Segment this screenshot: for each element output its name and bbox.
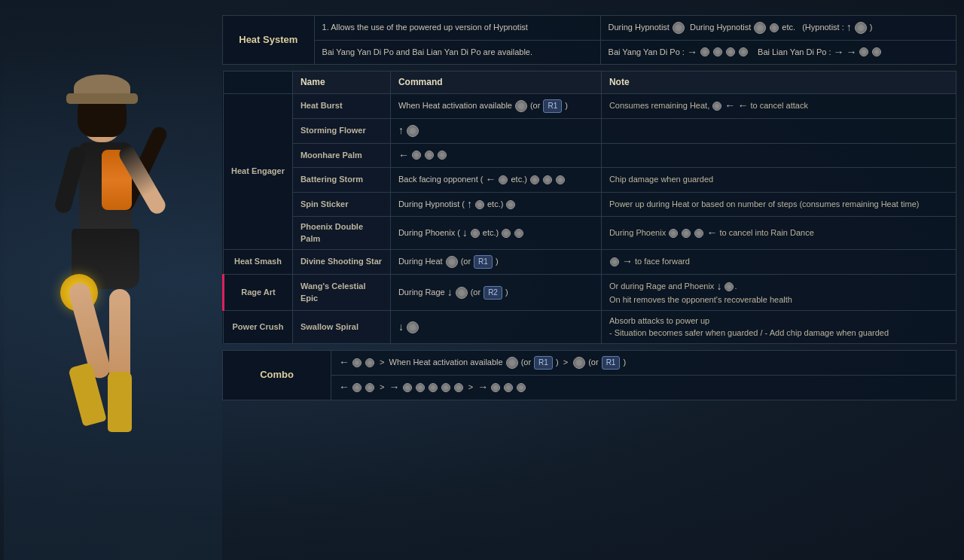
divine-shooting-star-name: Divine Shooting Star bbox=[292, 250, 390, 275]
combo1-text: ← > When Heat activation available (or R… bbox=[339, 355, 948, 370]
pdpc3 bbox=[514, 229, 523, 238]
down-arr-rage: ↓ bbox=[447, 285, 453, 300]
heat-system-desc2: Bai Yang Yan Di Po and Bai Lian Yan Di P… bbox=[314, 40, 600, 65]
bsc2 bbox=[530, 175, 539, 184]
bsc1 bbox=[499, 175, 508, 184]
pn1 bbox=[669, 229, 678, 238]
left-arrow1: ← bbox=[725, 99, 735, 111]
heat-burst-circle bbox=[515, 100, 527, 112]
sw-circle bbox=[407, 321, 419, 333]
moonhare-palm-note bbox=[601, 143, 956, 168]
spin-sticker-cmd: During Hypnotist ( ↑ etc.) bbox=[390, 192, 601, 217]
combo-row1: Combo ← > When Heat activation available… bbox=[223, 350, 956, 375]
combo-row2: ← > → > → bbox=[223, 375, 956, 400]
rn1 bbox=[725, 282, 734, 291]
bs-cmd-text: Back facing opponent ( ← etc.) bbox=[398, 172, 593, 187]
char-boot-right bbox=[108, 372, 132, 432]
char-hat-brim bbox=[66, 93, 138, 104]
up-arr-ss: ↑ bbox=[467, 197, 472, 212]
circle-icon3 bbox=[855, 22, 867, 34]
pn3 bbox=[694, 229, 703, 238]
ssc1 bbox=[475, 200, 484, 209]
ssc2 bbox=[506, 200, 515, 209]
pdpc1 bbox=[471, 229, 480, 238]
battering-storm-name: Battering Storm bbox=[292, 168, 390, 193]
heat-system-cmd2-text: Bai Yang Yan Di Po : → Bai Lian Yan Di P… bbox=[609, 45, 948, 60]
circle-sm-icon bbox=[770, 23, 779, 32]
phoenix-double-palm-row: Phoenix Double Palm During Phoenix ( ↓ e… bbox=[224, 217, 956, 250]
ccc4 bbox=[416, 383, 425, 392]
down-arr-sw: ↓ bbox=[398, 320, 404, 335]
wangs-celestial-epic-note: Or during Rage and Phoenix ↓ . On hit re… bbox=[601, 275, 956, 311]
pdp-cmd-text: During Phoenix ( ↓ etc.) bbox=[398, 226, 593, 241]
battering-storm-note: Chip damage when guarded bbox=[601, 168, 956, 193]
heat-engager-label: Heat Engager bbox=[224, 93, 293, 249]
divine-shooting-star-cmd: During Heat (or R1) bbox=[390, 250, 601, 275]
moves-header-row: Name Command Note bbox=[224, 72, 956, 94]
heat-burst-row: Heat Engager Heat Burst When Heat activa… bbox=[224, 93, 956, 118]
r1-c1: R1 bbox=[534, 356, 553, 370]
cc4 bbox=[573, 357, 585, 369]
up-arrow-sf: ↑ bbox=[398, 123, 404, 138]
moves-table: Name Command Note Heat Engager Heat Burs… bbox=[222, 71, 956, 344]
divine-shooting-star-note: → to face forward bbox=[601, 250, 956, 275]
wangs-celestial-epic-name: Wang's Celestial Epic bbox=[292, 275, 390, 311]
arrow-up-icon: ↑ bbox=[847, 20, 852, 35]
mp-cmd-text: ← bbox=[398, 148, 593, 163]
right-arr-c2: → bbox=[389, 380, 400, 395]
phoenix-double-palm-name: Phoenix Double Palm bbox=[292, 217, 390, 250]
moonhare-palm-row: Moonhare Palm ← bbox=[224, 143, 956, 168]
heat-system-cmd2: Bai Yang Yan Di Po : → Bai Lian Yan Di P… bbox=[600, 40, 956, 65]
left-arrow-mp: ← bbox=[398, 148, 409, 163]
sw-cmd-text: ↓ bbox=[398, 320, 593, 335]
heat-system-row1: Heat System 1. Allows the use of the pow… bbox=[223, 16, 956, 41]
combo-sequence2: ← > → > → bbox=[331, 375, 956, 400]
ccc3 bbox=[403, 383, 412, 392]
r2-btn: R2 bbox=[484, 286, 502, 300]
combo-table: Combo ← > When Heat activation available… bbox=[222, 350, 956, 400]
heat-system-cmd1-text: During Hypnotist During Hypnotist etc. (… bbox=[609, 20, 948, 35]
heat-system-label: Heat System bbox=[223, 16, 315, 65]
ci1 bbox=[700, 47, 709, 56]
storming-flower-cmd: ↑ bbox=[390, 118, 601, 143]
combo-label: Combo bbox=[223, 350, 331, 400]
r1-btn2: R1 bbox=[474, 255, 493, 269]
ss-cmd-text: During Hypnotist ( ↑ etc.) bbox=[398, 197, 593, 212]
command-header: Command bbox=[390, 72, 601, 94]
empty-section-header bbox=[224, 72, 293, 94]
circle-icon bbox=[673, 22, 685, 34]
combo-sequence1: ← > When Heat activation available (or R… bbox=[331, 350, 956, 375]
mp1 bbox=[412, 151, 421, 160]
r1-c2: R1 bbox=[602, 356, 621, 370]
phoenix-double-palm-cmd: During Phoenix ( ↓ etc.) bbox=[390, 217, 601, 250]
pdpc2 bbox=[502, 229, 511, 238]
ccc8 bbox=[491, 383, 500, 392]
spin-sticker-note: Power up during Heat or based on number … bbox=[601, 192, 956, 217]
character-silhouette bbox=[4, 33, 222, 560]
arrow-right-icon: → bbox=[687, 45, 697, 60]
ci3 bbox=[726, 47, 735, 56]
nb1 bbox=[712, 102, 721, 111]
wangs-celestial-epic-cmd: During Rage ↓ (or R2) bbox=[390, 275, 601, 311]
left-arrow2: ← bbox=[737, 99, 748, 111]
ccc6 bbox=[441, 383, 450, 392]
heat-system-desc1: 1. Allows the use of the powered up vers… bbox=[314, 16, 600, 41]
sf-cmd-text: ↑ bbox=[398, 123, 593, 138]
heat-burst-cmd-text: When Heat activation available (or R1) bbox=[398, 99, 593, 114]
ccc7 bbox=[454, 383, 463, 392]
spin-sticker-name: Spin Sticker bbox=[292, 192, 390, 217]
ci6 bbox=[872, 47, 881, 56]
cc2 bbox=[365, 358, 374, 367]
main-content: Heat System 1. Allows the use of the pow… bbox=[222, 15, 956, 545]
swallow-spiral-cmd: ↓ bbox=[390, 311, 601, 344]
left-arr-c1: ← bbox=[339, 355, 349, 370]
note-header: Note bbox=[601, 72, 956, 94]
left-arr-c2: ← bbox=[339, 380, 349, 395]
swallow-spiral-note: Absorb attacks to power up - Situation b… bbox=[601, 311, 956, 344]
bsc3 bbox=[543, 175, 552, 184]
name-header: Name bbox=[292, 72, 390, 94]
ccc5 bbox=[429, 383, 438, 392]
right-arr-c3: → bbox=[477, 380, 488, 395]
dss-cmd-text: During Heat (or R1) bbox=[398, 254, 593, 269]
circle-icon2 bbox=[754, 22, 766, 34]
